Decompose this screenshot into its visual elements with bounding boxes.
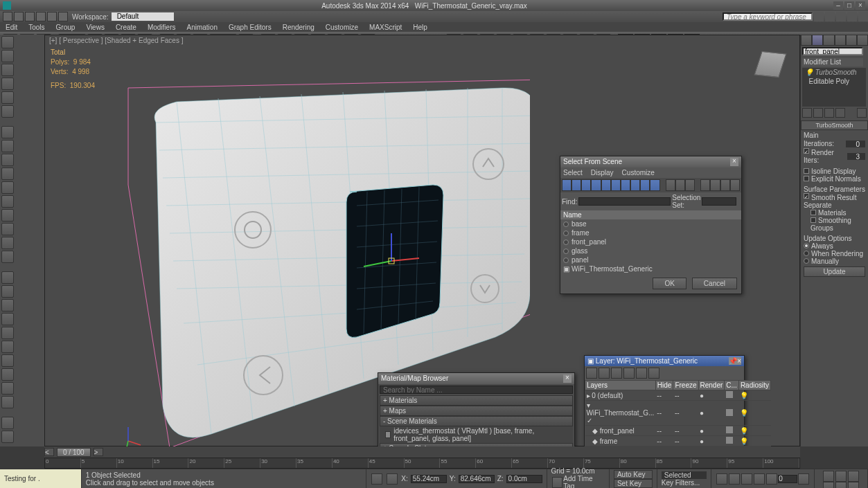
materials-checkbox[interactable] [811, 210, 816, 215]
show-end-result-icon[interactable] [813, 108, 823, 118]
explicit-normals-checkbox[interactable] [804, 176, 809, 181]
add-to-layer-icon[interactable] [611, 368, 622, 379]
sfs-menu-display[interactable]: Display [591, 169, 614, 177]
timeline-ruler[interactable]: 0510 152025 303540 455055 606570 758085 … [44, 458, 800, 469]
display-icon[interactable] [720, 179, 730, 191]
manually-radio[interactable] [804, 258, 809, 264]
save-icon[interactable] [36, 12, 46, 21]
prev-frame-icon[interactable] [729, 473, 740, 485]
filter-icon[interactable] [562, 179, 572, 191]
find-input[interactable] [578, 197, 671, 206]
rollup-header[interactable]: TurboSmooth [801, 120, 868, 130]
utilities-tab[interactable] [857, 35, 868, 46]
menu-tools[interactable]: Tools [23, 24, 50, 31]
update-button[interactable]: Update [804, 266, 865, 277]
maximize-button[interactable]: □ [844, 1, 854, 10]
when-rendering-radio[interactable] [804, 251, 809, 256]
helper-icon[interactable] [1, 313, 14, 325]
smoothing-groups-checkbox[interactable] [811, 217, 816, 223]
isoline-checkbox[interactable] [804, 168, 809, 174]
lt-icon[interactable] [1, 105, 14, 118]
display-icon[interactable] [710, 179, 720, 191]
script-listener[interactable]: Testing for . [4, 475, 77, 482]
materials-category[interactable]: + Materials [380, 395, 573, 406]
remove-modifier-icon[interactable] [835, 108, 845, 118]
helper-icon[interactable] [1, 382, 14, 395]
helper-icon[interactable] [1, 396, 14, 408]
modifier-stack[interactable]: 💡 TurboSmooth Editable Poly [802, 68, 866, 107]
layer-row[interactable]: ▾ WiFi_Thermostat_G... ✓----●💡 [585, 401, 771, 426]
key-filters-select[interactable]: Selected [662, 471, 707, 479]
create-object-icon[interactable] [1, 168, 14, 180]
lt-icon[interactable] [1, 91, 14, 104]
next-frame-icon[interactable] [754, 473, 765, 485]
viewport-nav-icon[interactable] [823, 471, 834, 482]
goto-end-icon[interactable] [766, 473, 777, 485]
display-tab[interactable] [846, 35, 857, 46]
create-object-icon[interactable] [1, 195, 14, 208]
highlight-select-icon[interactable] [636, 368, 647, 379]
setkey-button[interactable]: Set Key [614, 479, 653, 488]
abs-rel-icon[interactable] [387, 473, 398, 485]
scene-materials-category[interactable]: - Scene Materials [380, 416, 573, 426]
menu-help[interactable]: Help [407, 24, 433, 31]
viewport-nav-icon[interactable] [835, 471, 847, 482]
workspace-select[interactable]: Default [112, 12, 174, 21]
material-item[interactable]: idevices_thermostat ( VRayMtl ) [base, f… [380, 426, 573, 443]
help-icon[interactable] [858, 12, 868, 21]
viewport-nav-icon[interactable] [848, 482, 859, 488]
filter-icon[interactable] [572, 179, 581, 191]
motion-tab[interactable] [835, 35, 846, 46]
lt-icon[interactable] [1, 78, 14, 90]
filter-icon[interactable] [640, 179, 650, 191]
close-button[interactable]: × [856, 1, 865, 10]
render-iters-checkbox[interactable] [804, 148, 809, 154]
filter-icon[interactable] [611, 179, 621, 191]
close-icon[interactable]: × [730, 158, 738, 166]
coord-z-input[interactable] [506, 475, 542, 483]
col-freeze[interactable]: Freeze [673, 381, 698, 390]
menu-create[interactable]: Create [110, 24, 142, 31]
maps-category[interactable]: + Maps [380, 406, 573, 416]
next-key-icon[interactable]: > [94, 448, 103, 456]
filter-icon[interactable] [630, 179, 640, 191]
material-search-input[interactable] [380, 386, 573, 394]
menu-modifiers[interactable]: Modifiers [142, 24, 181, 31]
time-tag-icon[interactable] [552, 477, 563, 488]
helper-icon[interactable] [1, 271, 14, 284]
helper-icon[interactable] [1, 354, 14, 367]
lt-icon[interactable] [1, 50, 14, 62]
app-menu-icon[interactable] [3, 12, 12, 21]
close-icon[interactable]: × [737, 357, 741, 365]
filter-icon[interactable] [650, 179, 659, 191]
menu-animation[interactable]: Animation [181, 24, 222, 31]
select-highlight-icon[interactable] [623, 368, 635, 379]
viewport-nav-icon[interactable] [823, 482, 834, 488]
helper-icon[interactable] [1, 285, 14, 298]
undo-icon[interactable] [47, 12, 57, 21]
filter-icon[interactable] [591, 179, 601, 191]
signin-icon[interactable] [825, 12, 835, 21]
favorites-icon[interactable] [847, 12, 857, 21]
layers-pin-icon[interactable]: 📌 [729, 357, 737, 365]
create-object-icon[interactable] [1, 154, 14, 166]
time-slider[interactable]: < 0 / 100 > [44, 446, 800, 458]
autokey-button[interactable]: Auto Key [614, 470, 653, 479]
lt-icon[interactable] [1, 36, 14, 48]
create-object-icon[interactable] [1, 209, 14, 222]
layer-row[interactable]: ▸ 0 (default)----●💡 [585, 390, 771, 401]
prev-key-icon[interactable]: < [44, 448, 54, 456]
menu-maxscript[interactable]: MAXScript [364, 24, 407, 31]
display-icon[interactable] [730, 179, 740, 191]
select-all-icon[interactable] [666, 179, 675, 191]
menu-graph-editors[interactable]: Graph Editors [223, 24, 277, 31]
coord-x-input[interactable] [411, 475, 447, 483]
play-icon[interactable] [741, 473, 752, 485]
close-icon[interactable]: × [563, 374, 572, 383]
object-name-input[interactable] [802, 47, 863, 55]
light-icon[interactable] [1, 237, 14, 249]
always-radio[interactable] [804, 243, 809, 248]
menu-customize[interactable]: Customize [320, 24, 364, 31]
hide-unhide-icon[interactable] [648, 368, 659, 379]
viewport-nav-icon[interactable] [835, 482, 847, 488]
